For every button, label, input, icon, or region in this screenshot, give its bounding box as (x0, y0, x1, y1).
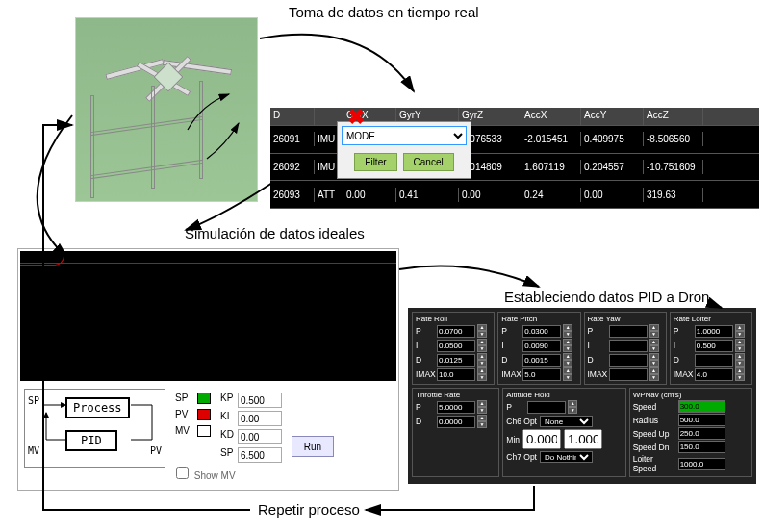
kd-input[interactable] (238, 429, 282, 444)
rate-pitch-p[interactable] (522, 325, 561, 338)
rate-loiter-d[interactable] (695, 354, 733, 367)
rate-pitch-group: Rate Pitch P▲▼ I▲▼ D▲▼ IMAX▲▼ (497, 312, 580, 385)
rate-yaw-d[interactable] (609, 354, 648, 367)
lbl: Speed Up (633, 429, 676, 439)
wpnav-loiter[interactable] (678, 458, 725, 470)
stepper-icon[interactable]: ▲▼ (649, 339, 659, 352)
label-realtime: Toma de datos en tiempo real (289, 4, 479, 20)
ch6-max[interactable] (564, 429, 602, 449)
rate-yaw-i[interactable] (609, 340, 648, 352)
lbl: P (674, 326, 693, 336)
cell: 26093 (270, 188, 315, 202)
lbl: IMAX (588, 369, 607, 379)
stepper-icon[interactable]: ▲▼ (735, 367, 745, 381)
cancel-button[interactable]: Cancel (403, 153, 454, 171)
col-id: D (270, 108, 315, 125)
rate-roll-group: Rate Roll P▲▼ I▲▼ D▲▼ IMAX▲▼ (412, 312, 495, 385)
wpnav-radius[interactable] (678, 414, 725, 426)
rate-roll-i[interactable] (437, 340, 475, 352)
throttle-d[interactable] (437, 416, 475, 428)
run-button[interactable]: Run (292, 436, 334, 457)
group-title: Throttle Rate (416, 391, 496, 399)
rate-loiter-imax[interactable] (695, 368, 733, 381)
cell: -8.506560 (644, 132, 703, 146)
cell: 0.24 (521, 188, 581, 202)
lbl: D (588, 355, 607, 365)
altitude-hold-group: Altitude Hold P▲▼ Ch6 OptNone Min Ch7 Op… (502, 388, 625, 477)
throttle-rate-group: Throttle Rate P▲▼ D▲▼ (412, 388, 499, 477)
label-repeat: Repetir proceso (258, 501, 360, 518)
stepper-icon[interactable]: ▲▼ (735, 353, 745, 367)
lbl: I (588, 341, 607, 350)
rate-loiter-i[interactable] (695, 340, 733, 352)
stepper-icon[interactable]: ▲▼ (477, 415, 487, 428)
kp-label: KP (220, 393, 234, 408)
filter-button[interactable]: Filter (354, 153, 396, 171)
ch6-select[interactable]: None (540, 416, 593, 427)
stepper-icon[interactable]: ▲▼ (568, 400, 577, 414)
group-title: Rate Yaw (588, 315, 663, 323)
stepper-icon[interactable]: ▲▼ (477, 367, 487, 381)
ch6-label: Ch6 Opt (506, 417, 537, 426)
stepper-icon[interactable]: ▲▼ (477, 339, 487, 352)
stepper-icon[interactable]: ▲▼ (563, 367, 572, 381)
cell: 0.204557 (581, 160, 644, 174)
label-pid-set: Estableciendo datos PID a Dron (504, 289, 709, 305)
wpnav-speeddn[interactable] (678, 441, 725, 453)
label-ideal: Simulación de datos ideales (185, 225, 365, 241)
group-title: Rate Pitch (501, 315, 576, 323)
ki-input[interactable] (238, 411, 282, 426)
cell: 319.63 (644, 188, 703, 202)
sp-input[interactable] (238, 447, 282, 463)
wpnav-speed[interactable] (678, 400, 725, 413)
kp-input[interactable] (238, 393, 282, 408)
show-mv-label: Show MV (194, 470, 236, 481)
lbl: IMAX (416, 369, 435, 379)
rate-yaw-p[interactable] (609, 325, 648, 338)
rate-pitch-imax[interactable] (522, 368, 561, 381)
table-row[interactable]: 26093 ATT 0.00 0.41 0.00 0.24 0.00 319.6… (270, 181, 759, 209)
lbl: D (416, 417, 435, 426)
stepper-icon[interactable]: ▲▼ (649, 324, 659, 338)
cell: 26091 (270, 132, 315, 146)
stepper-icon[interactable]: ▲▼ (649, 367, 659, 381)
stepper-icon[interactable]: ▲▼ (735, 324, 745, 338)
rate-yaw-imax[interactable] (609, 368, 648, 381)
stepper-icon[interactable]: ▲▼ (477, 353, 487, 367)
rate-pitch-i[interactable] (522, 340, 561, 352)
altitude-p[interactable] (527, 401, 566, 414)
group-title: Rate Loiter (674, 315, 749, 323)
stepper-icon[interactable]: ▲▼ (649, 353, 659, 367)
rate-loiter-p[interactable] (695, 325, 733, 338)
stepper-icon[interactable]: ▲▼ (563, 353, 572, 367)
rate-roll-imax[interactable] (437, 368, 475, 381)
lbl: P (501, 326, 521, 336)
stepper-icon[interactable]: ▲▼ (563, 324, 572, 338)
close-icon[interactable]: ✖ (347, 105, 365, 130)
lbl: IMAX (674, 369, 693, 379)
cell: 0.00 (343, 188, 396, 202)
show-mv-checkbox[interactable] (176, 467, 189, 479)
stepper-icon[interactable]: ▲▼ (477, 324, 487, 338)
rate-loiter-group: Rate Loiter P▲▼ I▲▼ D▲▼ IMAX▲▼ (670, 312, 752, 385)
stepper-icon[interactable]: ▲▼ (735, 339, 745, 352)
group-title: Altitude Hold (506, 391, 622, 399)
wpnav-speedup[interactable] (678, 427, 725, 440)
ch7-select[interactable]: Do Nothing (540, 451, 593, 463)
ch6-min[interactable] (522, 429, 561, 449)
rate-roll-d[interactable] (437, 354, 475, 367)
rate-pitch-d[interactable] (522, 354, 561, 367)
min-label: Min (506, 435, 520, 444)
simulation-panel: Process PID SP MV PV SP PV MV KP KI KD S… (17, 248, 399, 491)
stepper-icon[interactable]: ▲▼ (563, 339, 572, 352)
rate-yaw-group: Rate Yaw P▲▼ I▲▼ D▲▼ IMAX▲▼ (584, 312, 667, 385)
wpnav-group: WPNav (cm's) Speed Radius Speed Up Speed… (629, 388, 752, 477)
group-title: Rate Roll (416, 315, 491, 323)
cell: 0.00 (459, 188, 521, 202)
throttle-p[interactable] (437, 401, 475, 414)
cell: 0.409975 (581, 132, 644, 146)
group-title: WPNav (cm's) (633, 391, 749, 399)
stepper-icon[interactable]: ▲▼ (477, 400, 487, 414)
rate-roll-p[interactable] (437, 325, 475, 338)
col-accz: AccZ (644, 108, 703, 125)
